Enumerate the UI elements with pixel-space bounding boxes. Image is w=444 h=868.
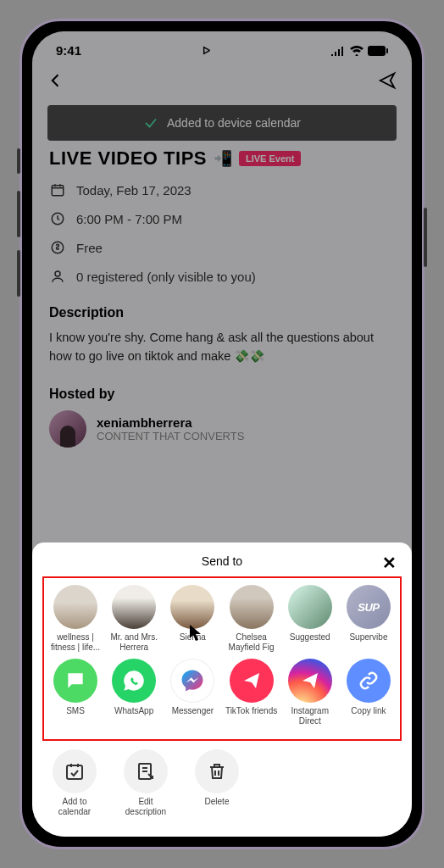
edit-icon (124, 749, 168, 793)
status-time: 9:41 (56, 43, 81, 58)
action-edit-description[interactable]: Edit description (120, 749, 171, 816)
messenger-icon (170, 659, 214, 703)
svg-rect-1 (386, 48, 388, 53)
share-sheet: Send to ✕ wellness | fitness | life... M… (32, 542, 412, 837)
event-registered-row: 0 registered (only visible to you) (49, 268, 395, 285)
avatar (170, 585, 214, 629)
close-button[interactable]: ✕ (382, 553, 397, 573)
contact-supervibe[interactable]: SUP Supervibe (341, 585, 397, 652)
price-icon (49, 239, 66, 256)
avatar (112, 585, 156, 629)
event-registered: 0 registered (only visible to you) (76, 270, 256, 284)
highlight-box: wellness | fitness | life... Mr. and Mrs… (42, 576, 402, 741)
contact-label: Chelsea Mayfield Fig (224, 632, 280, 652)
app-messenger[interactable]: Messenger (164, 659, 220, 726)
contact-label: Suggested (290, 632, 330, 643)
sup-icon: SUP (347, 585, 391, 629)
contact-label: Sienna (180, 632, 206, 643)
contact-label: wellness | fitness | life... (47, 632, 103, 652)
status-icons (330, 46, 388, 56)
contact-label: Supervibe (349, 632, 387, 643)
event-price: Free (76, 241, 103, 255)
phone-frame: 9:41 ᐅ Added to device calendar LIVE VID… (19, 19, 425, 849)
svg-point-5 (55, 271, 60, 276)
apps-row: SMS WhatsApp Messenger (47, 659, 397, 726)
host-avatar (49, 410, 86, 448)
trash-icon (195, 749, 239, 793)
event-date: Today, Feb 17, 2023 (76, 183, 191, 198)
sms-icon (53, 659, 97, 703)
event-date-row: Today, Feb 17, 2023 (49, 181, 395, 198)
calendar-check-icon (53, 749, 97, 793)
back-icon[interactable] (47, 72, 64, 89)
check-icon (143, 115, 158, 131)
contact-sienna[interactable]: Sienna (164, 585, 220, 652)
description-heading: Description (49, 305, 395, 320)
event-title: LIVE VIDEO TIPS (49, 147, 207, 170)
actions-row: Add to calendar Edit description Delete (42, 749, 402, 816)
action-label: Add to calendar (49, 797, 100, 816)
calendar-icon (49, 181, 66, 198)
whatsapp-icon (112, 659, 156, 703)
contact-herrera[interactable]: Mr. and Mrs. Herrera (106, 585, 162, 652)
event-content: LIVE VIDEO TIPS 📲 LIVE Event Today, Feb … (32, 146, 412, 449)
hosted-heading: Hosted by (49, 387, 395, 402)
svg-rect-0 (368, 46, 386, 56)
svg-rect-2 (52, 186, 64, 196)
avatar (230, 585, 274, 629)
contacts-row: wellness | fitness | life... Mr. and Mrs… (47, 585, 397, 652)
event-time: 6:00 PM - 7:00 PM (76, 212, 182, 226)
instagram-icon (288, 659, 332, 703)
event-time-row: 6:00 PM - 7:00 PM (49, 210, 395, 227)
action-delete[interactable]: Delete (191, 749, 242, 816)
host-name: xeniambherrera (97, 415, 244, 430)
host-row[interactable]: xeniambherrera CONTENT THAT CONVERTS (49, 410, 395, 448)
signal-icon (330, 46, 346, 56)
avatar (288, 585, 332, 629)
clock-icon (49, 210, 66, 227)
event-price-row: Free (49, 239, 395, 256)
wifi-icon (350, 46, 364, 56)
avatar (53, 585, 97, 629)
contact-chelsea[interactable]: Chelsea Mayfield Fig (224, 585, 280, 652)
nav-bar (32, 61, 412, 100)
live-badge: LIVE Event (239, 151, 301, 166)
contact-label: Mr. and Mrs. Herrera (106, 632, 162, 652)
host-subtitle: CONTENT THAT CONVERTS (97, 430, 244, 442)
contact-suggested[interactable]: Suggested (282, 585, 338, 652)
person-icon (49, 268, 66, 285)
app-sms[interactable]: SMS (47, 659, 103, 726)
link-icon (347, 659, 391, 703)
tiktok-send-icon (230, 659, 274, 703)
action-add-calendar[interactable]: Add to calendar (49, 749, 100, 816)
battery-icon (368, 46, 388, 56)
share-icon[interactable] (378, 71, 397, 90)
status-bar: 9:41 ᐅ (32, 31, 412, 61)
app-label: SMS (66, 706, 85, 716)
app-tiktok-friends[interactable]: TikTok friends (224, 659, 280, 726)
app-label: TikTok friends (225, 706, 277, 716)
app-label: Copy link (351, 706, 386, 716)
app-label: WhatsApp (114, 706, 153, 716)
app-whatsapp[interactable]: WhatsApp (106, 659, 162, 726)
action-label: Delete (205, 797, 230, 807)
app-label: Messenger (172, 706, 214, 716)
app-copy-link[interactable]: Copy link (341, 659, 397, 726)
description-text: I know you're shy. Come hang & ask all t… (49, 329, 395, 366)
toast-text: Added to device calendar (167, 116, 301, 130)
action-label: Edit description (120, 797, 171, 816)
toast: Added to device calendar (47, 105, 397, 141)
screen: 9:41 ᐅ Added to device calendar LIVE VID… (32, 31, 412, 837)
svg-rect-6 (67, 765, 82, 779)
app-instagram[interactable]: Instagram Direct (282, 659, 338, 726)
app-label: Instagram Direct (282, 706, 338, 726)
contact-wellness[interactable]: wellness | fitness | life... (47, 585, 103, 652)
sheet-title: Send to (202, 554, 242, 568)
